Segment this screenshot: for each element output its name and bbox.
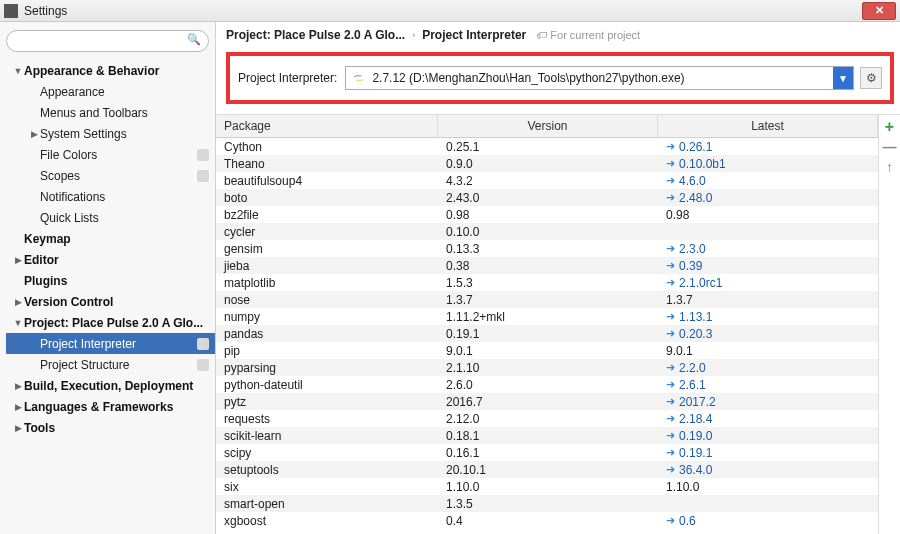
cell-version: 2.43.0 [438, 191, 658, 205]
sidebar-item-label: Project: Place Pulse 2.0 A Glo... [24, 316, 209, 330]
cell-package: nose [216, 293, 438, 307]
interpreter-settings-button[interactable]: ⚙ [860, 67, 882, 89]
sidebar-item[interactable]: File Colors [6, 144, 215, 165]
upgrade-arrow-icon: ➜ [666, 395, 675, 408]
table-row[interactable]: jieba0.38➜0.39 [216, 257, 878, 274]
sidebar-item-label: Editor [24, 253, 209, 267]
sidebar-item[interactable]: Notifications [6, 186, 215, 207]
table-row[interactable]: pytz2016.7➜2017.2 [216, 393, 878, 410]
breadcrumb-page[interactable]: Project Interpreter [422, 28, 526, 42]
sidebar-item-label: System Settings [40, 127, 209, 141]
cell-latest: ➜2.48.0 [658, 191, 878, 205]
table-row[interactable]: boto2.43.0➜2.48.0 [216, 189, 878, 206]
sidebar-item-label: Project Interpreter [40, 337, 193, 351]
table-row[interactable]: scikit-learn0.18.1➜0.19.0 [216, 427, 878, 444]
python-icon [352, 71, 366, 85]
cell-package: numpy [216, 310, 438, 324]
sidebar-item[interactable]: ▶Version Control [6, 291, 215, 312]
table-row[interactable]: smart-open1.3.5 [216, 495, 878, 512]
sidebar-item[interactable]: ▼Project: Place Pulse 2.0 A Glo... [6, 312, 215, 333]
sidebar-item[interactable]: Scopes [6, 165, 215, 186]
breadcrumb-project[interactable]: Project: Place Pulse 2.0 A Glo... [226, 28, 405, 42]
sidebar-item[interactable]: ▶System Settings [6, 123, 215, 144]
sidebar-item[interactable]: Appearance [6, 81, 215, 102]
sidebar-item[interactable]: Project Interpreter [6, 333, 215, 354]
table-row[interactable]: Theano0.9.0➜0.10.0b1 [216, 155, 878, 172]
cell-package: pytz [216, 395, 438, 409]
table-row[interactable]: python-dateutil2.6.0➜2.6.1 [216, 376, 878, 393]
add-package-button[interactable]: + [882, 119, 898, 135]
upgrade-arrow-icon: ➜ [666, 514, 675, 527]
chevron-right-icon: ▶ [12, 255, 24, 265]
sidebar-item-label: Tools [24, 421, 209, 435]
close-button[interactable]: ✕ [862, 2, 896, 20]
header-version[interactable]: Version [438, 115, 658, 137]
sidebar-item-label: Appearance & Behavior [24, 64, 209, 78]
table-row[interactable]: requests2.12.0➜2.18.4 [216, 410, 878, 427]
table-row[interactable]: bz2file0.980.98 [216, 206, 878, 223]
table-row[interactable]: matplotlib1.5.3➜2.1.0rc1 [216, 274, 878, 291]
upgrade-arrow-icon: ➜ [666, 140, 675, 153]
package-actions: + — ↑ [878, 115, 900, 534]
sidebar-item-label: Quick Lists [40, 211, 209, 225]
search-input[interactable] [6, 30, 209, 52]
sidebar-item[interactable]: ▶Build, Execution, Deployment [6, 375, 215, 396]
sidebar-item[interactable]: ▼Appearance & Behavior [6, 60, 215, 81]
table-body: Cython0.25.1➜0.26.1Theano0.9.0➜0.10.0b1b… [216, 138, 878, 529]
table-row[interactable]: pyparsing2.1.10➜2.2.0 [216, 359, 878, 376]
cell-package: jieba [216, 259, 438, 273]
sidebar-item-label: Version Control [24, 295, 209, 309]
table-row[interactable]: gensim0.13.3➜2.3.0 [216, 240, 878, 257]
cell-latest: ➜2.3.0 [658, 242, 878, 256]
sidebar-item[interactable]: Quick Lists [6, 207, 215, 228]
table-row[interactable]: Cython0.25.1➜0.26.1 [216, 138, 878, 155]
remove-package-button[interactable]: — [882, 139, 898, 155]
search-wrap: 🔍 [6, 28, 215, 60]
sidebar-item[interactable]: Plugins [6, 270, 215, 291]
interpreter-dropdown-icon[interactable]: ▼ [833, 67, 853, 89]
cell-package: beautifulsoup4 [216, 174, 438, 188]
cell-package: gensim [216, 242, 438, 256]
cell-package: Theano [216, 157, 438, 171]
sidebar-item[interactable]: Menus and Toolbars [6, 102, 215, 123]
table-row[interactable]: xgboost0.4➜0.6 [216, 512, 878, 529]
chevron-down-icon: ▼ [12, 66, 24, 76]
cell-version: 20.10.1 [438, 463, 658, 477]
table-row[interactable]: pandas0.19.1➜0.20.3 [216, 325, 878, 342]
header-package[interactable]: Package [216, 115, 438, 137]
sidebar-item[interactable]: ▶Languages & Frameworks [6, 396, 215, 417]
table-row[interactable]: scipy0.16.1➜0.19.1 [216, 444, 878, 461]
sidebar-item-label: Languages & Frameworks [24, 400, 209, 414]
table-row[interactable]: nose1.3.71.3.7 [216, 291, 878, 308]
cell-version: 0.18.1 [438, 429, 658, 443]
interpreter-select[interactable]: 2.7.12 (D:\MenghanZhou\Han_Tools\python2… [345, 66, 854, 90]
sidebar: 🔍 ▼Appearance & BehaviorAppearanceMenus … [0, 22, 216, 534]
table-row[interactable]: setuptools20.10.1➜36.4.0 [216, 461, 878, 478]
table-row[interactable]: numpy1.11.2+mkl➜1.13.1 [216, 308, 878, 325]
cell-package: smart-open [216, 497, 438, 511]
sidebar-item[interactable]: ▶Editor [6, 249, 215, 270]
sidebar-item-label: Menus and Toolbars [40, 106, 209, 120]
cell-latest: ➜2.18.4 [658, 412, 878, 426]
cell-version: 1.5.3 [438, 276, 658, 290]
sidebar-item[interactable]: ▶Tools [6, 417, 215, 438]
table-row[interactable]: pip9.0.19.0.1 [216, 342, 878, 359]
cell-latest: ➜2.6.1 [658, 378, 878, 392]
table-row[interactable]: beautifulsoup44.3.2➜4.6.0 [216, 172, 878, 189]
project-badge-icon [197, 338, 209, 350]
cell-latest: ➜0.6 [658, 514, 878, 528]
cell-version: 0.13.3 [438, 242, 658, 256]
cell-package: setuptools [216, 463, 438, 477]
sidebar-item-label: Build, Execution, Deployment [24, 379, 209, 393]
cell-version: 0.10.0 [438, 225, 658, 239]
project-badge-icon [197, 359, 209, 371]
table-row[interactable]: six1.10.01.10.0 [216, 478, 878, 495]
titlebar: Settings ✕ [0, 0, 900, 22]
table-row[interactable]: cycler0.10.0 [216, 223, 878, 240]
chevron-right-icon: › [412, 30, 415, 40]
cell-package: boto [216, 191, 438, 205]
sidebar-item[interactable]: Keymap [6, 228, 215, 249]
sidebar-item[interactable]: Project Structure [6, 354, 215, 375]
header-latest[interactable]: Latest [658, 115, 878, 137]
upgrade-package-button[interactable]: ↑ [882, 159, 898, 175]
